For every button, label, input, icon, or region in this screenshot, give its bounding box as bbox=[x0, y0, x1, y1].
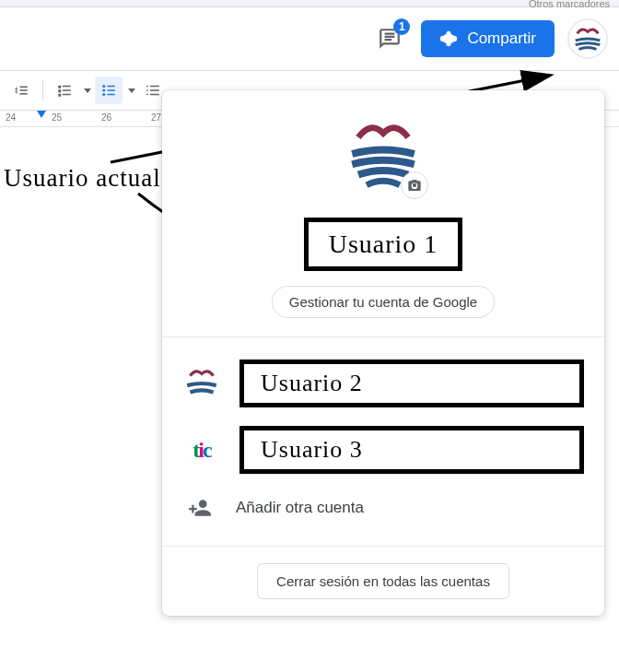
account-name-box: Usuario 2 bbox=[239, 360, 584, 407]
ruler-tick: 25 bbox=[52, 112, 62, 123]
share-button[interactable]: Compartir bbox=[421, 20, 555, 57]
manage-account-button[interactable]: Gestionar tu cuenta de Google bbox=[272, 286, 495, 318]
account-switcher-popup: Usuario 1 Gestionar tu cuenta de Google … bbox=[162, 90, 604, 616]
add-account-button[interactable]: Añadir otra cuenta bbox=[162, 483, 604, 533]
account-avatar-button[interactable] bbox=[567, 18, 608, 59]
line-spacing-button[interactable] bbox=[7, 77, 35, 104]
manage-account-label: Gestionar tu cuenta de Google bbox=[289, 294, 477, 310]
sign-out-label: Cerrar sesión en todas las cuentas bbox=[276, 573, 490, 589]
account-name: Usuario 2 bbox=[261, 370, 363, 396]
account-name: Usuario 3 bbox=[261, 436, 363, 463]
ruler-tick: 24 bbox=[6, 112, 16, 123]
other-accounts-section: Usuario 2 tic Usuario 3 Añadir otra cuen… bbox=[162, 337, 604, 547]
change-avatar-button[interactable] bbox=[401, 171, 428, 199]
checklist-button[interactable] bbox=[51, 77, 78, 104]
account-name-box: Usuario 3 bbox=[239, 426, 584, 474]
current-user-name: Usuario 1 bbox=[329, 230, 438, 258]
sign-out-all-button[interactable]: Cerrar sesión en todas las cuentas bbox=[257, 563, 509, 599]
annotation-current-user-label: Usuario actual bbox=[4, 164, 161, 193]
account-row[interactable]: Usuario 2 bbox=[162, 350, 604, 417]
person-add-icon bbox=[188, 496, 212, 520]
account-avatar: tic bbox=[182, 430, 221, 469]
tic-logo-icon: tic bbox=[193, 438, 210, 463]
camera-icon bbox=[407, 178, 422, 193]
svg-point-2 bbox=[102, 93, 105, 96]
add-account-label: Añadir otra cuenta bbox=[236, 499, 364, 517]
ruler-tick: 26 bbox=[101, 112, 111, 123]
svg-point-0 bbox=[102, 85, 105, 88]
chevron-down-icon[interactable] bbox=[84, 88, 91, 93]
app-header: 1 Compartir bbox=[0, 7, 619, 70]
svg-point-1 bbox=[102, 89, 105, 92]
bookmarks-folder-label[interactable]: Otros marcadores bbox=[529, 0, 610, 9]
share-button-label: Compartir bbox=[467, 29, 536, 48]
ruler-tick: 27 bbox=[151, 112, 161, 123]
chevron-down-icon[interactable] bbox=[128, 88, 135, 93]
comments-button[interactable]: 1 bbox=[371, 20, 408, 57]
current-user-name-box: Usuario 1 bbox=[304, 218, 463, 271]
current-account-section: Usuario 1 Gestionar tu cuenta de Google bbox=[162, 90, 604, 337]
browser-top-strip: Otros marcadores bbox=[0, 0, 619, 7]
comments-badge: 1 bbox=[393, 18, 410, 35]
bulleted-list-button[interactable] bbox=[95, 77, 123, 104]
ruler-indent-marker[interactable] bbox=[37, 111, 46, 118]
account-row[interactable]: tic Usuario 3 bbox=[162, 417, 604, 483]
current-account-avatar bbox=[342, 112, 425, 195]
avatar-logo-icon bbox=[182, 364, 221, 403]
share-icon bbox=[439, 29, 458, 48]
toolbar-separator bbox=[42, 80, 43, 100]
account-avatar bbox=[182, 364, 221, 403]
avatar-logo-icon bbox=[570, 21, 605, 56]
sign-out-section: Cerrar sesión en todas las cuentas bbox=[162, 547, 604, 616]
